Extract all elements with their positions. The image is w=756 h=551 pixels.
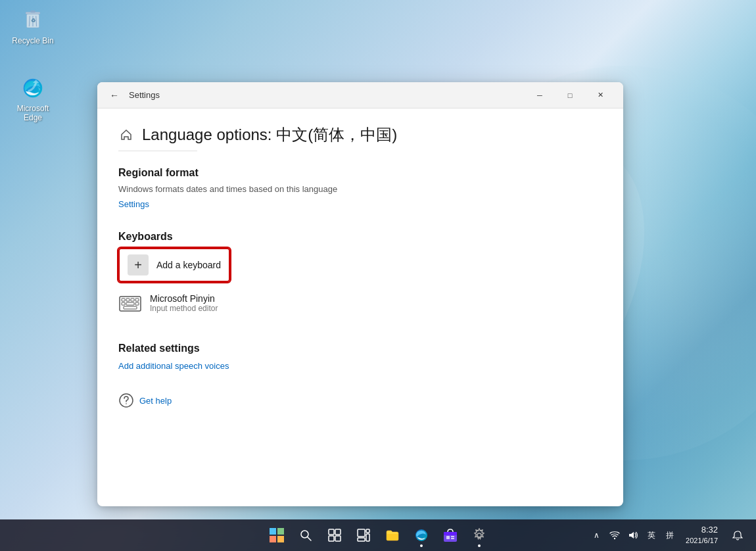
svg-rect-37: [451, 536, 454, 537]
file-explorer-button[interactable]: [379, 522, 406, 548]
page-title: Language options: 中文(简体，中国): [142, 124, 397, 145]
regional-format-section: Regional format Windows formats dates an…: [118, 167, 602, 210]
svg-rect-1: [30, 11, 35, 12]
language-indicator[interactable]: 英: [645, 529, 658, 542]
svg-rect-15: [135, 302, 139, 305]
settings-content: Language options: 中文(简体，中国) Regional for…: [97, 108, 623, 506]
svg-rect-20: [277, 528, 284, 535]
svg-point-18: [126, 403, 127, 404]
keyboards-title: Keyboards: [118, 231, 602, 243]
taskbar-settings-button[interactable]: [466, 522, 492, 548]
svg-rect-30: [366, 529, 369, 533]
get-help-link[interactable]: Get help: [139, 396, 172, 406]
taskbar: ∧ 英: [0, 519, 756, 551]
start-button[interactable]: [264, 522, 290, 548]
taskbar-edge-button[interactable]: [408, 522, 435, 548]
svg-rect-31: [366, 534, 369, 541]
maximize-button[interactable]: □: [555, 85, 585, 106]
svg-rect-38: [451, 538, 454, 539]
svg-line-5: [36, 16, 37, 26]
desktop-icon-recycle-bin[interactable]: ♻ Recycle Bin: [7, 5, 59, 48]
clock-date: 2021/6/17: [686, 536, 718, 545]
regional-format-desc: Windows formats dates and times based on…: [118, 184, 602, 194]
notification-button[interactable]: [727, 522, 748, 548]
svg-rect-12: [135, 299, 139, 301]
svg-line-24: [308, 537, 311, 540]
clock[interactable]: 8:32 2021/6/17: [682, 523, 722, 546]
pinyin-name: Microsoft Pinyin: [150, 293, 218, 304]
window-title: Settings: [129, 90, 525, 100]
related-settings-title: Related settings: [118, 343, 602, 354]
svg-rect-19: [270, 528, 276, 535]
edge-label: Microsoft Edge: [9, 104, 57, 123]
title-bar: ← Settings ─ □ ✕: [97, 82, 623, 108]
svg-rect-27: [329, 536, 334, 541]
desktop: ♻ Recycle Bin: [0, 0, 756, 551]
desktop-icon-edge[interactable]: Microsoft Edge: [7, 72, 59, 126]
svg-rect-11: [131, 299, 134, 301]
pinyin-info: Microsoft Pinyin Input method editor: [150, 293, 218, 313]
get-help-row: Get help: [118, 393, 602, 408]
store-button[interactable]: [437, 522, 463, 548]
home-icon[interactable]: [118, 127, 134, 143]
task-view-button[interactable]: [321, 522, 348, 548]
recycle-bin-icon: ♻: [20, 7, 46, 34]
window-controls: ─ □ ✕: [525, 85, 615, 106]
regional-settings-link[interactable]: Settings: [118, 199, 149, 209]
widgets-button[interactable]: [350, 522, 377, 548]
help-icon: [118, 393, 134, 408]
svg-rect-22: [277, 536, 284, 542]
close-button[interactable]: ✕: [585, 85, 615, 106]
svg-rect-29: [358, 529, 365, 537]
taskbar-center: [264, 522, 492, 548]
title-underline: [118, 151, 197, 151]
add-keyboard-label: Add a keyboard: [156, 260, 221, 270]
clock-time: 8:32: [701, 525, 718, 536]
regional-format-title: Regional format: [118, 167, 602, 179]
svg-point-23: [301, 531, 308, 538]
minimize-button[interactable]: ─: [525, 85, 555, 106]
svg-rect-25: [329, 529, 334, 535]
pinyin-desc: Input method editor: [150, 304, 218, 313]
svg-rect-35: [444, 532, 457, 535]
page-header: Language options: 中文(简体，中国): [118, 124, 602, 145]
svg-rect-14: [126, 302, 134, 305]
add-keyboard-button[interactable]: + Add a keyboard: [118, 248, 230, 282]
svg-point-40: [614, 538, 615, 539]
svg-rect-28: [335, 536, 341, 541]
svg-rect-32: [358, 538, 365, 541]
related-settings-section: Related settings Add additional speech v…: [118, 343, 602, 371]
svg-rect-26: [335, 529, 341, 535]
settings-window: ← Settings ─ □ ✕: [97, 82, 623, 506]
svg-rect-21: [270, 536, 276, 542]
input-indicator[interactable]: 拼: [663, 529, 676, 542]
keyboards-section: Keyboards + Add a keyboard: [118, 231, 602, 322]
search-button[interactable]: [293, 522, 319, 548]
svg-rect-9: [122, 299, 125, 301]
svg-rect-13: [122, 302, 125, 305]
system-tray: ∧ 英: [590, 522, 748, 548]
recycle-bin-label: Recycle Bin: [9, 36, 57, 45]
volume-icon[interactable]: [626, 529, 640, 542]
pinyin-keyboard-item: Microsoft Pinyin Input method editor: [118, 285, 602, 322]
add-keyboard-plus-icon: +: [128, 254, 149, 276]
tray-overflow-button[interactable]: ∧: [590, 529, 603, 542]
svg-text:♻: ♻: [31, 18, 35, 24]
svg-line-3: [29, 16, 30, 26]
svg-rect-16: [124, 306, 137, 309]
edge-icon: [20, 75, 46, 101]
speech-voices-link[interactable]: Add additional speech voices: [118, 361, 229, 371]
svg-rect-36: [446, 536, 450, 539]
svg-rect-10: [126, 299, 130, 301]
back-button[interactable]: ←: [105, 86, 124, 105]
pinyin-icon: [118, 291, 142, 315]
network-icon[interactable]: [608, 529, 621, 542]
